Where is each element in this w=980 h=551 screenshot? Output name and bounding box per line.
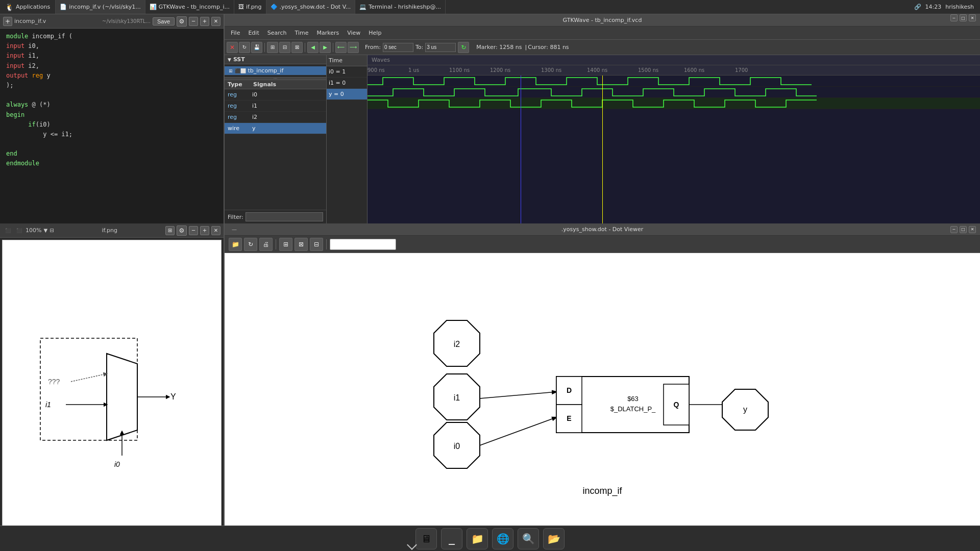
taskbar-item-dot[interactable]: 🔷 .yosys_show.dot - Dot V... (266, 0, 356, 14)
svg-line-16 (480, 392, 556, 398)
taskbar-item-png[interactable]: 🖼 if.png (234, 0, 266, 14)
tb-sep1 (264, 43, 265, 52)
taskbar-bottom: 🖥 _ 📁 🌐 🔍 📂 (0, 525, 980, 551)
close-btn[interactable]: ✕ (211, 17, 220, 26)
maximize-btn[interactable]: + (200, 17, 209, 26)
gtkwave-menubar: File Edit Search Time Markers View Help (225, 27, 980, 40)
dot-win-max[interactable]: □ (960, 226, 967, 233)
svg-text:E: E (567, 414, 571, 422)
menu-search[interactable]: Search (263, 29, 291, 37)
svg-text:Y: Y (170, 392, 176, 401)
values-panel: Time i0 = 1 i1 = 0 y = 0 (327, 55, 368, 223)
dot-tb-reload[interactable]: ↻ (244, 238, 257, 251)
taskbar-item-gtkwave[interactable]: 📊 GTKWave - tb_incomp_i... (145, 0, 234, 14)
gtkwave-body: ▼ SST ⊞ ⬛⬜ tb_incomp_if ··· (225, 55, 980, 223)
image-panel: ⬛ ⬛ 100% ▼ ⊟ if.png ⊞ ⚙ ─ + ✕ (0, 223, 225, 551)
to-input[interactable] (425, 43, 456, 52)
cursor-line (521, 76, 521, 223)
dot-win-close[interactable]: ✕ (969, 226, 976, 233)
img-close-x-btn[interactable]: ✕ (211, 226, 220, 235)
signal-row-i0[interactable]: reg i0 (225, 89, 326, 101)
tb-zoom-fit[interactable]: ✕ (227, 42, 238, 53)
dock-item-folder[interactable]: 📂 (543, 528, 565, 549)
img-zoom-down[interactable]: ▼ (43, 228, 47, 233)
cursor-info: | (525, 44, 527, 51)
signal-name-i2: i2 (250, 113, 259, 121)
add-tab-btn[interactable]: + (3, 17, 12, 26)
tb-reload[interactable]: ↻ (239, 42, 250, 53)
code-line-14: endmodule (6, 159, 217, 168)
tb-zoom-all[interactable]: ⊠ (291, 42, 303, 53)
time-label-1400: 1400 ns (587, 67, 607, 73)
menu-edit[interactable]: Edit (244, 29, 263, 37)
tb-marker-back[interactable]: ⟵ (335, 42, 347, 53)
dock-item-terminal[interactable]: _ (441, 528, 462, 549)
tb-marker-forward[interactable]: ⟶ (348, 42, 359, 53)
code-line-1: module incomp_if ( (6, 32, 217, 41)
dock-item-files[interactable]: 📁 (467, 528, 488, 549)
from-label: From: (365, 44, 381, 51)
main-area: + incomp_if.v ~/vlsi/sky130RTL... Save ⚙… (0, 14, 980, 551)
img-plus-btn[interactable]: + (200, 226, 209, 235)
dot-icon: 🔷 (271, 4, 278, 10)
dock-item-desktop[interactable]: 🖥 (415, 528, 437, 549)
menu-help[interactable]: Help (364, 29, 385, 37)
tb-back[interactable]: ◀ (307, 42, 318, 53)
tb-save[interactable]: 💾 (251, 42, 262, 53)
svg-line-17 (480, 417, 556, 445)
taskbar-item-terminal[interactable]: 💻 Terminal - hrishikeshp@... (355, 0, 446, 14)
waves-timebar: 900 ns 1 us 1100 ns 1200 ns 1300 ns 1400… (368, 65, 980, 76)
dock-item-search[interactable]: 🔍 (518, 528, 539, 549)
menu-markers[interactable]: Markers (312, 29, 343, 37)
dot-tb-open[interactable]: 📁 (229, 238, 242, 251)
wave-row-i1 (368, 87, 980, 98)
marker-info: Marker: 1258 ns (476, 44, 522, 51)
tb-sep2 (305, 43, 305, 52)
applications-menu[interactable]: 🐧 Applications (0, 0, 56, 14)
dot-tb-zoom-fit[interactable]: ⊞ (279, 238, 292, 251)
img-minus-btn[interactable]: ─ (189, 226, 198, 235)
menu-time[interactable]: Time (291, 29, 313, 37)
gtkwave-maximize[interactable]: □ (960, 14, 967, 21)
settings-btn[interactable]: ⚙ (177, 16, 187, 27)
dot-win-min[interactable]: ─ (950, 226, 958, 233)
image-icon: 🖼 (238, 4, 244, 10)
dock-item-browser[interactable]: 🌐 (492, 528, 513, 549)
minimize-btn[interactable]: ─ (189, 17, 198, 26)
menu-file[interactable]: File (227, 29, 244, 37)
img-tile-btn[interactable]: ⬛ (14, 226, 23, 235)
img-close-btn[interactable]: ⬛ (3, 226, 12, 235)
sst-signals-header: Type Signals (225, 80, 326, 89)
dot-tb-zoom-out[interactable]: ⊟ (310, 238, 323, 251)
circuit-label: incomp_if (582, 486, 622, 496)
code-filename: incomp_if.v (14, 18, 100, 24)
signal-row-i2[interactable]: reg i2 (225, 112, 326, 123)
taskbar-item-code[interactable]: 📄 incomp_if.v (~/vlsi/sky1... (56, 0, 145, 14)
from-input[interactable] (383, 43, 413, 52)
img-small-btn[interactable]: ⊟ (50, 228, 54, 233)
gtkwave-minimize[interactable]: ─ (950, 14, 958, 21)
dot-tb-zoom-in[interactable]: ⊠ (295, 238, 308, 251)
taskbar-time: 🔗 14:23 hrishikesh (908, 4, 980, 10)
dot-titlebar: — .yosys_show.dot - Dot Viewer ─ □ ✕ (225, 223, 980, 236)
save-button[interactable]: Save (153, 17, 175, 26)
time-label-1100: 1100 ns (449, 67, 470, 73)
wave-row-y (368, 98, 980, 109)
sst-tree-item-tb[interactable]: ⊞ ⬛⬜ tb_incomp_if (225, 66, 326, 75)
tb-zoom-in[interactable]: ⊞ (267, 42, 278, 53)
signal-row-y[interactable]: wire y (225, 123, 326, 134)
time-label-900: 900 ns (368, 67, 385, 73)
tb-forward[interactable]: ▶ (320, 42, 331, 53)
filter-input[interactable] (246, 212, 323, 221)
svg-text:i0: i0 (114, 460, 120, 468)
refresh-btn[interactable]: ↻ (458, 42, 469, 53)
dot-tb-print[interactable]: 🖨 (259, 238, 273, 251)
img-settings-btn[interactable]: ⚙ (177, 226, 187, 236)
signal-row-i1[interactable]: reg i1 (225, 101, 326, 112)
dot-search-input[interactable] (330, 239, 396, 250)
gtkwave-close[interactable]: ✕ (969, 14, 976, 21)
dot-toolbar: 📁 ↻ 🖨 ⊞ ⊠ ⊟ (225, 236, 980, 253)
tb-zoom-out[interactable]: ⊟ (279, 42, 290, 53)
img-expand-btn[interactable]: ⊞ (165, 226, 175, 235)
menu-view[interactable]: View (343, 29, 364, 37)
